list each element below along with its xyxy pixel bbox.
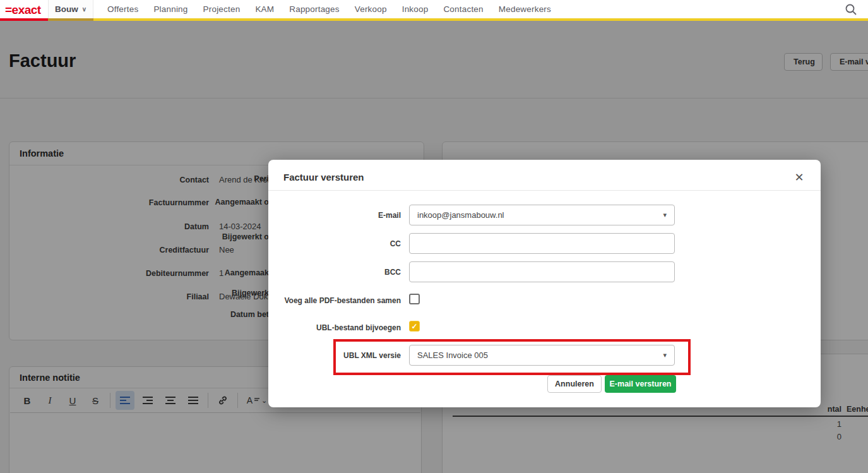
email-select[interactable]: inkoop@jansmabouw.nl ▾ <box>409 205 675 225</box>
close-icon[interactable]: ✕ <box>792 170 807 185</box>
nav-item-inkoop[interactable]: Inkoop <box>402 4 429 14</box>
logo-underline <box>0 18 48 21</box>
module-selector-bouw[interactable]: Bouw ∨ <box>48 0 93 18</box>
chevron-down-icon: ▾ <box>663 351 667 359</box>
dialog-divider <box>268 190 821 191</box>
merge-pdf-label: Voeg alle PDF-bestanden samen <box>268 296 401 305</box>
attach-ubl-label: UBL-bestand bijvoegen <box>268 323 401 332</box>
send-invoice-dialog: Factuur versturen ✕ E-mail inkoop@jansma… <box>268 160 821 407</box>
nav-item-offertes[interactable]: Offertes <box>107 4 138 14</box>
cc-field[interactable] <box>409 233 675 254</box>
chevron-down-icon: ▾ <box>663 211 667 219</box>
search-icon[interactable] <box>844 3 858 16</box>
nav-item-rapportages[interactable]: Rapportages <box>289 4 340 14</box>
module-underline <box>48 18 93 21</box>
bcc-label: BCC <box>268 268 401 277</box>
exact-logo[interactable]: =exact <box>5 2 41 18</box>
bcc-field[interactable] <box>409 261 675 282</box>
nav-item-kam[interactable]: KAM <box>255 4 274 14</box>
nav-item-medewerkers[interactable]: Medewerkers <box>499 4 551 14</box>
ubl-version-select[interactable]: SALES Invoice 005 ▾ <box>409 345 675 366</box>
chevron-down-icon: ∨ <box>82 6 86 13</box>
nav-item-planning[interactable]: Planning <box>153 4 187 14</box>
email-label: E-mail <box>268 211 401 220</box>
ubl-version-label: UBL XML versie <box>268 351 401 360</box>
main-menu: Offertes Planning Projecten KAM Rapporta… <box>107 0 551 18</box>
merge-pdf-checkbox[interactable] <box>409 294 420 304</box>
check-icon: ✓ <box>411 322 417 331</box>
dialog-title: Factuur versturen <box>283 172 364 183</box>
cancel-button[interactable]: Annuleren <box>547 375 602 393</box>
brand-underline <box>93 18 868 21</box>
nav-item-projecten[interactable]: Projecten <box>203 4 241 14</box>
nav-item-contacten[interactable]: Contacten <box>443 4 483 14</box>
nav-item-verkoop[interactable]: Verkoop <box>355 4 387 14</box>
cc-label: CC <box>268 239 401 248</box>
send-email-button[interactable]: E-mail versturen <box>605 375 676 393</box>
attach-ubl-checkbox[interactable]: ✓ <box>409 321 420 332</box>
top-navigation: =exact Bouw ∨ Offertes Planning Projecte… <box>0 0 868 21</box>
